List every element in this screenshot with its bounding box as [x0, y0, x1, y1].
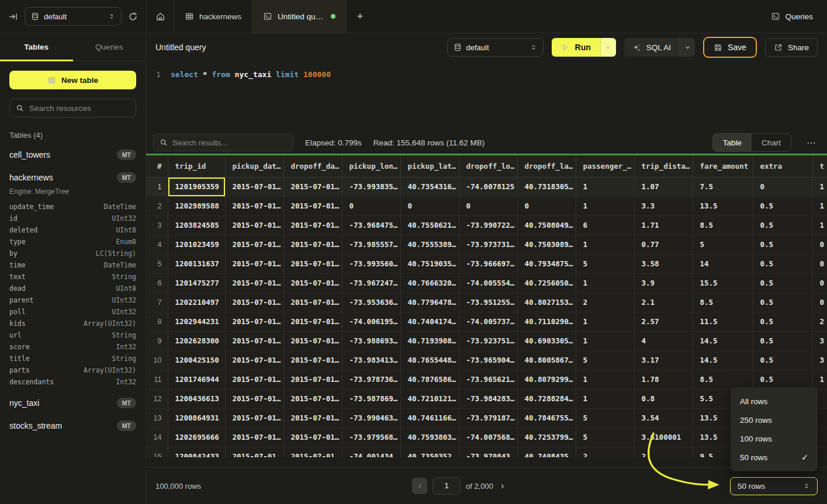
- table-cell[interactable]: -73.965621…: [459, 370, 517, 389]
- column-header-t[interactable]: t: [812, 155, 827, 177]
- column-header-dropoff_da…[interactable]: dropoff_da…: [283, 155, 342, 177]
- column-header-trip_id[interactable]: trip_id: [168, 155, 225, 177]
- table-cell[interactable]: 2015-07-01…: [283, 408, 342, 427]
- view-toggle-chart[interactable]: Chart: [752, 134, 791, 151]
- table-cell[interactable]: 0.5: [753, 331, 812, 350]
- search-results-input[interactable]: Search results...: [153, 134, 293, 151]
- table-cell[interactable]: 2015-07-01…: [225, 215, 283, 235]
- table-cell[interactable]: 0: [812, 273, 827, 293]
- table-cell[interactable]: 1: [576, 235, 634, 254]
- table-cell[interactable]: 5: [576, 350, 634, 370]
- table-cell[interactable]: 1202989588: [168, 196, 225, 215]
- table-cell[interactable]: 3.9: [634, 273, 693, 293]
- table-cell[interactable]: 1: [576, 331, 634, 350]
- table-cell[interactable]: 40.7253799…: [517, 427, 576, 447]
- save-button[interactable]: Save: [703, 37, 757, 58]
- more-options-icon[interactable]: ⋯: [803, 137, 820, 148]
- table-cell[interactable]: 0: [812, 235, 827, 254]
- table-cell[interactable]: 0.77: [634, 235, 693, 254]
- table-cell[interactable]: 2015-07-01…: [283, 293, 342, 312]
- search-resources-input[interactable]: Search resources: [9, 99, 136, 117]
- table-cell[interactable]: 0.5: [753, 350, 812, 370]
- table-cell[interactable]: 40.7655448…: [400, 350, 459, 370]
- table-cell[interactable]: 3.3: [634, 196, 693, 215]
- table-cell[interactable]: 2.1: [634, 293, 693, 312]
- table-cell[interactable]: 40.8079299…: [517, 370, 576, 389]
- table-cell[interactable]: 40.8027153…: [517, 293, 576, 312]
- table-cell[interactable]: 3.54: [634, 408, 693, 427]
- table-cell[interactable]: 14: [693, 254, 753, 273]
- menu-item-100-rows[interactable]: 100 rows: [731, 429, 818, 448]
- table-cell[interactable]: 2015-07-01…: [225, 447, 283, 457]
- table-cell[interactable]: 1201475277: [168, 273, 225, 293]
- table-cell[interactable]: 2015-07-01…: [225, 370, 283, 389]
- sidebar-tab-tables[interactable]: Tables: [0, 33, 73, 61]
- table-cell[interactable]: 2015-07-01…: [225, 350, 283, 370]
- table-cell[interactable]: 1.71: [634, 215, 693, 235]
- table-cell[interactable]: 1: [812, 196, 827, 215]
- table-cell[interactable]: 0.5: [753, 293, 812, 312]
- table-cell[interactable]: 2015-07-01…: [225, 293, 283, 312]
- table-cell[interactable]: 40.7210121…: [400, 389, 459, 408]
- table-cell[interactable]: 2015-07-01…: [283, 447, 342, 457]
- table-cell[interactable]: 2015-07-01…: [283, 235, 342, 254]
- column-header-#[interactable]: #: [146, 155, 168, 177]
- table-cell[interactable]: 40.7503089…: [517, 235, 576, 254]
- new-table-button[interactable]: New table: [9, 71, 136, 89]
- table-cell[interactable]: -73.979568…: [342, 427, 400, 447]
- table-cell[interactable]: 2: [634, 447, 693, 457]
- table-cell[interactable]: 11.5: [693, 312, 753, 331]
- table-cell[interactable]: 2: [576, 293, 634, 312]
- table-cell[interactable]: 2015-07-01…: [283, 215, 342, 235]
- page-number-input[interactable]: 1: [432, 477, 461, 495]
- column-header-pickup_lat…[interactable]: pickup_lat…: [400, 155, 459, 177]
- table-cell[interactable]: 13.5: [693, 196, 753, 215]
- table-cell[interactable]: 0.5: [753, 215, 812, 235]
- table-cell[interactable]: 0: [459, 196, 517, 215]
- table-cell[interactable]: 40.7846755…: [517, 408, 576, 427]
- table-cell[interactable]: 14.5: [693, 331, 753, 350]
- table-cell[interactable]: 5: [576, 254, 634, 273]
- table-cell[interactable]: 1202944231: [168, 312, 225, 331]
- table-cell[interactable]: 2: [812, 312, 827, 331]
- table-cell[interactable]: 1.07: [634, 177, 693, 196]
- column-header-pickup_dat…[interactable]: pickup_dat…: [225, 155, 283, 177]
- table-cell[interactable]: 8.5: [693, 370, 753, 389]
- table-cell[interactable]: -73.951255…: [459, 293, 517, 312]
- table-cell[interactable]: -73.990463…: [342, 408, 400, 427]
- table-cell[interactable]: 40.7461166…: [400, 408, 459, 427]
- table-cell[interactable]: 2015-07-01…: [283, 389, 342, 408]
- table-cell[interactable]: 14.5: [693, 350, 753, 370]
- sql-editor[interactable]: 1 select * from nyc_taxi limit 100000: [146, 61, 827, 131]
- query-database-selector[interactable]: default: [447, 38, 544, 57]
- new-tab-button[interactable]: +: [347, 0, 373, 33]
- tab-home[interactable]: [147, 0, 174, 33]
- table-cell[interactable]: 40.7508049…: [517, 215, 576, 235]
- table-cell[interactable]: 2015-07-01…: [225, 427, 283, 447]
- table-cell[interactable]: 40.7796478…: [400, 293, 459, 312]
- table-cell[interactable]: 40.7193908…: [400, 331, 459, 350]
- table-cell[interactable]: -74.001434…: [342, 447, 400, 457]
- table-cell[interactable]: 0.5: [753, 273, 812, 293]
- table-cell[interactable]: 1200131637: [168, 254, 225, 273]
- table-cell[interactable]: 2: [576, 447, 634, 457]
- run-button[interactable]: Run: [552, 38, 600, 57]
- table-cell[interactable]: -73.993835…: [342, 177, 400, 196]
- database-selector[interactable]: default: [25, 7, 122, 26]
- table-cell[interactable]: 2015-07-01…: [283, 370, 342, 389]
- table-cell[interactable]: 2015-07-01…: [225, 389, 283, 408]
- table-cell[interactable]: 0.5: [753, 235, 812, 254]
- next-page-button[interactable]: ›: [499, 481, 506, 491]
- table-cell[interactable]: -73.979187…: [459, 408, 517, 427]
- column-header-fare_amount[interactable]: fare_amount: [693, 155, 753, 177]
- table-cell[interactable]: -74.007568…: [459, 427, 517, 447]
- table-cell[interactable]: 8.5: [693, 215, 753, 235]
- table-cell[interactable]: -73.967247…: [342, 273, 400, 293]
- table-cell[interactable]: 1: [812, 215, 827, 235]
- table-cell[interactable]: 0.5: [753, 312, 812, 331]
- table-cell[interactable]: 5: [576, 408, 634, 427]
- table-cell[interactable]: 3: [812, 350, 827, 370]
- sidebar-item-cell_towers[interactable]: cell_towersMT: [9, 147, 136, 162]
- table-cell[interactable]: 2015-07-01…: [283, 273, 342, 293]
- table-cell[interactable]: -73.987869…: [342, 389, 400, 408]
